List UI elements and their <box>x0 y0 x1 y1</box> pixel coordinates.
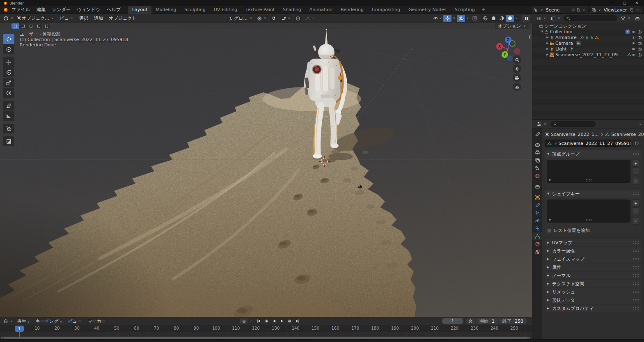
maximize-button[interactable]: ▢ <box>623 0 626 6</box>
toggle-eye-icon[interactable] <box>631 29 636 34</box>
new-viewlayer-icon[interactable] <box>630 8 634 12</box>
shading-solid-button[interactable] <box>489 15 497 22</box>
tab-geometry-nodes[interactable]: Geometry Nodes <box>404 6 451 14</box>
properties-tab-constraints[interactable] <box>532 225 542 232</box>
panel-ノーマル[interactable]: ▶ノーマル <box>545 272 641 279</box>
panel-カラー属性[interactable]: ▶カラー属性 <box>545 247 641 255</box>
timeline-menu-マーカー[interactable]: マーカー <box>85 318 109 324</box>
tool-scale-cage[interactable] <box>3 136 14 146</box>
tool-rotate[interactable] <box>3 67 14 77</box>
remove-viewlayer-icon[interactable]: ✕ <box>635 8 640 12</box>
jump-to-end-button[interactable] <box>294 318 301 324</box>
outliner-search-input[interactable] <box>572 16 614 21</box>
outliner-filter-type[interactable]: ∨ <box>549 15 562 22</box>
toggle-eye-icon[interactable] <box>631 46 636 52</box>
outliner-label[interactable]: Light <box>555 46 566 52</box>
editor-type-button[interactable]: ∨ <box>2 15 15 22</box>
timeline-menu-再生[interactable]: 再生∨ <box>14 318 33 324</box>
properties-tab-world[interactable] <box>532 172 542 180</box>
mode-dropdown[interactable]: オブジェク...∨ <box>15 15 55 22</box>
disclosure-icon[interactable]: ▼ <box>540 30 544 33</box>
outliner-row-Scaniverse_2022_11_27_095918[interactable]: ▶Scaniverse_2022_11_27_095918 <box>532 52 644 57</box>
tool-scale[interactable] <box>3 78 14 87</box>
properties-tab-particles[interactable] <box>532 209 542 217</box>
panel-フェイスマップ[interactable]: ▶フェイスマップ <box>545 255 641 263</box>
snap-toggle[interactable] <box>270 15 278 22</box>
play-reverse-button[interactable] <box>271 318 278 324</box>
timeline-channels[interactable] <box>0 332 532 337</box>
tool-cursor[interactable] <box>3 44 14 54</box>
properties-tab-tool[interactable] <box>532 130 542 138</box>
tool-move[interactable] <box>3 57 14 67</box>
toggle-camera-icon[interactable] <box>637 41 642 46</box>
prev-keyframe-button[interactable] <box>263 318 270 324</box>
select-mode-invert[interactable] <box>35 23 42 29</box>
toggle-camera-icon[interactable] <box>637 29 642 34</box>
properties-editor-type[interactable]: ∨ <box>535 120 548 128</box>
viewport-menu-ビュー[interactable]: ビュー <box>57 15 77 21</box>
timeline-menu-キーイング[interactable]: キーイング∨ <box>33 318 65 324</box>
properties-tab-physics[interactable] <box>532 217 542 225</box>
timeline-ruler[interactable]: 1 10203040506070809010011012013014015016… <box>0 325 532 332</box>
panel-形状データ[interactable]: ▶形状データ <box>545 296 641 304</box>
properties-search[interactable] <box>550 121 596 127</box>
properties-options-caret[interactable]: ∨ <box>639 122 642 126</box>
outliner-filter-dropdown[interactable]: ∨ <box>619 15 632 22</box>
select-mode-subtract[interactable] <box>27 23 34 29</box>
ortho-toggle-button[interactable] <box>513 83 521 91</box>
current-frame-field[interactable]: 1 <box>442 318 463 324</box>
properties-tab-view-layer[interactable] <box>532 156 542 164</box>
collection-checkbox[interactable]: ✓ <box>626 30 630 34</box>
proportional-editing-toggle[interactable] <box>294 15 302 22</box>
breadcrumb-data[interactable]: Scaniverse_2022_1... <box>611 132 644 137</box>
xray-toggle[interactable] <box>470 15 479 22</box>
outliner-search[interactable] <box>564 15 617 21</box>
toggle-camera-icon[interactable] <box>637 52 642 57</box>
viewlayer-name[interactable]: ViewLayer <box>602 7 629 13</box>
zoom-button[interactable] <box>513 55 521 64</box>
show-overlays-toggle[interactable] <box>457 15 465 22</box>
scene-selector[interactable]: ∨ Scene ✕ <box>532 7 588 13</box>
shape-keys-list[interactable]: ▶ <box>547 200 630 223</box>
toggle-eye-icon[interactable] <box>631 41 636 46</box>
tab-scripting[interactable]: Scripting <box>451 6 479 14</box>
tab-shading[interactable]: Shading <box>279 6 305 14</box>
camera-view-button[interactable] <box>513 73 521 82</box>
properties-tab-texture[interactable] <box>532 248 542 256</box>
jump-to-start-button[interactable] <box>255 318 262 324</box>
properties-tab-scene[interactable] <box>532 164 542 172</box>
add-workspace-button[interactable]: + <box>479 6 488 14</box>
tab-rendering[interactable]: Rendering <box>337 6 368 14</box>
list-filter-toggle[interactable]: ▶ <box>549 178 551 181</box>
properties-tab-render[interactable] <box>532 141 542 149</box>
timeline-editor-type[interactable]: ∨ <box>2 317 14 325</box>
show-object-types-dropdown[interactable]: ∨ <box>433 15 442 22</box>
list-filter-toggle[interactable]: ▶ <box>549 218 551 221</box>
disclosure-icon[interactable]: ▶ <box>545 41 550 45</box>
viewlayer-selector[interactable]: ∨ ViewLayer ✕ <box>590 7 642 13</box>
tool-add-cube[interactable] <box>3 124 14 133</box>
viewport-menu-追加[interactable]: 追加 <box>91 15 106 21</box>
tool-measure[interactable] <box>3 111 14 121</box>
panel-属性[interactable]: ▶属性 <box>545 264 641 271</box>
toggle-camera-icon[interactable] <box>637 35 642 40</box>
vertex-group-add-button[interactable]: ＋ <box>632 160 639 167</box>
proportional-falloff-dropdown[interactable]: ∨ <box>304 15 316 22</box>
pan-button[interactable] <box>513 64 521 73</box>
menu-ヘルプ[interactable]: ヘルプ <box>103 6 124 14</box>
viewport-menu-オブジェクト[interactable]: オブジェクト <box>106 15 140 21</box>
viewport-canvas[interactable]: ユーザー・透視投影 (1) Collection | Scaniverse_20… <box>0 29 532 317</box>
pin-icon[interactable] <box>571 8 575 12</box>
tab-compositing[interactable]: Compositing <box>368 6 404 14</box>
select-mode-set[interactable] <box>11 23 19 29</box>
mesh-name-field[interactable]: ∨ Scaniverse_2022_11_27_095918 <box>545 140 631 147</box>
rest-position-checkbox[interactable] <box>547 229 551 233</box>
shape-key-specials-button[interactable]: ∨ <box>632 218 639 225</box>
panel-リメッシュ[interactable]: ▶リメッシュ <box>545 288 641 296</box>
render-pause-button[interactable] <box>522 15 530 22</box>
shape-keys-panel-header[interactable]: ▼シェイプキー <box>545 190 641 197</box>
toggle-camera-icon[interactable] <box>637 46 642 52</box>
shading-rendered-button[interactable] <box>506 15 514 22</box>
close-button[interactable]: ✕ <box>635 0 638 6</box>
outliner-label[interactable]: シーンコレクション <box>545 23 586 29</box>
